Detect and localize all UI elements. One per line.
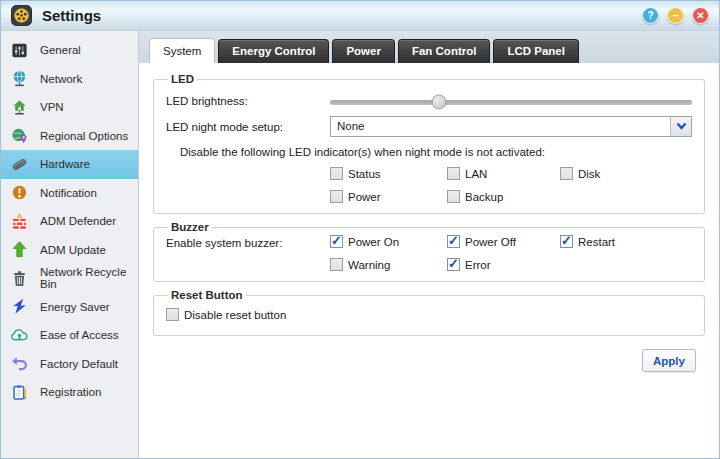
sidebar-item-adm-defender[interactable]: ADM Defender (1, 207, 138, 236)
buzzer-label: Enable system buzzer: (166, 235, 330, 249)
chevron-down-icon[interactable] (670, 117, 691, 136)
sidebar-item-label: Hardware (40, 158, 90, 170)
checkbox-lan[interactable]: LAN (447, 167, 560, 180)
sidebar-item-energy-saver[interactable]: Energy Saver (1, 293, 138, 322)
buzzer-section-legend: Buzzer (168, 221, 212, 233)
settings-app-icon (11, 5, 32, 26)
checkbox-label: Warning (348, 259, 390, 271)
checkbox-label: Power (348, 191, 381, 203)
energy-saver-icon (10, 297, 29, 316)
reset-button-section-legend: Reset Button (168, 289, 246, 301)
sidebar-item-network[interactable]: Network (1, 65, 138, 94)
sidebar-item-network-recycle-bin[interactable]: Network Recycle Bin (1, 264, 138, 293)
checkbox-warning[interactable]: Warning (330, 258, 447, 271)
checkbox-label: Power On (348, 236, 399, 248)
checkbox-box[interactable] (330, 235, 343, 248)
checkbox-box[interactable] (166, 308, 179, 321)
checkbox-box[interactable] (447, 190, 460, 203)
sidebar-item-factory-default[interactable]: Factory Default (1, 350, 138, 379)
checkbox-label: Power Off (465, 236, 516, 248)
checkbox-box[interactable] (447, 258, 460, 271)
buzzer-section: Buzzer Enable system buzzer: Power On (153, 221, 705, 282)
close-icon[interactable]: ✕ (692, 7, 709, 24)
title-bar: Settings ? – ✕ (1, 1, 719, 31)
checkbox-label: LAN (465, 168, 487, 180)
checkbox-label: Status (348, 168, 381, 180)
checkbox-error[interactable]: Error (447, 258, 560, 271)
checkbox-label: Backup (465, 191, 503, 203)
sidebar-item-label: Factory Default (40, 358, 118, 370)
sidebar-item-vpn[interactable]: VPN (1, 93, 138, 122)
sidebar-item-label: Registration (40, 386, 101, 398)
sidebar-item-notification[interactable]: Notification (1, 179, 138, 208)
tab-energy-control[interactable]: Energy Control (218, 39, 329, 63)
checkbox-box[interactable] (560, 235, 573, 248)
network-icon (10, 69, 29, 88)
sidebar-item-label: Notification (40, 187, 97, 199)
checkbox-box[interactable] (447, 235, 460, 248)
factory-default-icon (10, 354, 29, 373)
adm-defender-icon (10, 212, 29, 231)
sidebar-item-label: ADM Update (40, 244, 106, 256)
checkbox-status[interactable]: Status (330, 167, 447, 180)
checkbox-power-off[interactable]: Power Off (447, 235, 560, 248)
tab-system[interactable]: System (149, 38, 215, 63)
tab-power[interactable]: Power (332, 39, 395, 63)
registration-icon (10, 383, 29, 402)
led-indicators-note: Disable the following LED indicator(s) w… (166, 139, 692, 167)
apply-button[interactable]: Apply (642, 349, 696, 372)
checkbox-box[interactable] (330, 258, 343, 271)
checkbox-box[interactable] (330, 167, 343, 180)
checkbox-disable-reset-button[interactable]: Disable reset button (166, 308, 286, 321)
led-indicator-checkboxes: Status LAN Disk Power (330, 167, 692, 203)
sidebar-item-label: ADM Defender (40, 215, 116, 227)
general-icon (10, 41, 29, 60)
checkbox-restart[interactable]: Restart (560, 235, 692, 248)
checkbox-label: Restart (578, 236, 615, 248)
checkbox-backup[interactable]: Backup (447, 190, 560, 203)
led-brightness-slider-thumb[interactable] (431, 95, 446, 110)
led-night-mode-select[interactable]: None (330, 116, 692, 137)
sidebar-item-ease-of-access[interactable]: Ease of Access (1, 321, 138, 350)
sidebar-item-label: Ease of Access (40, 329, 119, 341)
minimize-icon[interactable]: – (667, 7, 684, 24)
sidebar-item-general[interactable]: General (1, 36, 138, 65)
buzzer-checkboxes: Power On Power Off Restart (330, 235, 692, 271)
checkbox-label: Disable reset button (184, 309, 286, 321)
tab-fan-control[interactable]: Fan Control (398, 39, 491, 63)
regional-options-icon (10, 126, 29, 145)
sidebar-item-regional-options[interactable]: Regional Options (1, 122, 138, 151)
sidebar-item-label: Network Recycle Bin (40, 266, 138, 290)
sidebar-item-hardware[interactable]: Hardware (1, 150, 138, 179)
sidebar: General Network (1, 31, 139, 458)
tab-lcd-panel[interactable]: LCD Panel (493, 39, 579, 63)
sidebar-item-label: VPN (40, 101, 64, 113)
led-brightness-slider[interactable] (330, 100, 692, 105)
checkbox-power-on[interactable]: Power On (330, 235, 447, 248)
vpn-icon (10, 98, 29, 117)
sidebar-item-registration[interactable]: Registration (1, 378, 138, 407)
tab-bar: System Energy Control Power Fan Control … (139, 31, 719, 63)
main-content: System Energy Control Power Fan Control … (139, 31, 719, 458)
window-body: General Network (1, 31, 719, 458)
checkbox-power[interactable]: Power (330, 190, 447, 203)
led-night-mode-label: LED night mode setup: (166, 119, 330, 133)
checkbox-box[interactable] (330, 190, 343, 203)
reset-button-section: Reset Button Disable reset button (153, 289, 705, 336)
checkbox-disk[interactable]: Disk (560, 167, 692, 180)
sidebar-item-adm-update[interactable]: ADM Update (1, 236, 138, 265)
help-icon[interactable]: ? (642, 7, 659, 24)
sidebar-item-label: Network (40, 73, 82, 85)
window-controls: ? – ✕ (642, 7, 709, 24)
hardware-icon (10, 155, 29, 174)
ease-of-access-icon (10, 326, 29, 345)
sidebar-item-label: General (40, 44, 81, 56)
led-section-legend: LED (168, 73, 197, 85)
led-section: LED LED brightness: LED night mode setup… (153, 73, 705, 214)
sidebar-item-label: Energy Saver (40, 301, 110, 313)
checkbox-label: Error (465, 259, 491, 271)
notification-icon (10, 183, 29, 202)
checkbox-label: Disk (578, 168, 600, 180)
checkbox-box[interactable] (447, 167, 460, 180)
checkbox-box[interactable] (560, 167, 573, 180)
